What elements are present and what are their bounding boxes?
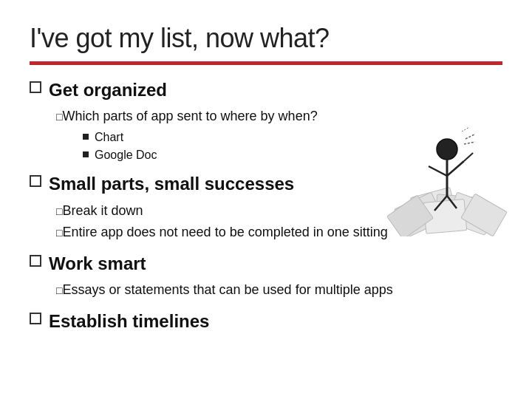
svg-point-7 [437,139,457,160]
label-chart: Chart [95,129,123,146]
label-google-doc: Google Doc [95,147,157,163]
figure-stickman [369,118,510,236]
square-chart [83,134,89,140]
stickman-illustration [369,118,510,236]
label-small-parts: Small parts, small successes [49,172,294,195]
svg-line-17 [462,127,469,132]
title-area: I've got my list, now what? [30,22,502,54]
section-work-smart: Work smart Essays or statements that can… [30,252,502,302]
svg-line-12 [464,151,473,163]
checkbox-establish-timelines [30,313,41,324]
bullet-l1-establish-timelines: Establish timelines [30,310,502,332]
label-establish-timelines: Establish timelines [49,310,209,332]
svg-line-10 [429,166,447,176]
bullet-l1-work-smart: Work smart [30,252,502,275]
bullet-l1-get-organized: Get organized [30,78,502,101]
label-entire-app: Entire app does not need to be completed… [56,225,388,239]
label-get-organized: Get organized [49,78,167,101]
label-which-parts: Which parts of app sent to where by when… [56,109,318,123]
checkbox-get-organized [30,81,41,93]
bullet-l2-essays: Essays or statements that can be used fo… [56,281,502,299]
slide-title: I've got my list, now what? [30,22,502,54]
red-divider [30,61,502,65]
label-work-smart: Work smart [49,252,146,275]
checkbox-work-smart [30,255,41,267]
square-google-doc [83,151,89,157]
label-essays: Essays or statements that can be used fo… [56,282,393,297]
label-break-it-down: Break it down [56,203,143,218]
section-establish-timelines: Establish timelines [30,310,502,338]
svg-line-11 [447,161,464,176]
svg-line-15 [466,134,474,139]
slide: I've got my list, now what? Get organize… [0,0,532,399]
checkbox-small-parts [30,175,41,187]
svg-line-16 [464,142,475,144]
